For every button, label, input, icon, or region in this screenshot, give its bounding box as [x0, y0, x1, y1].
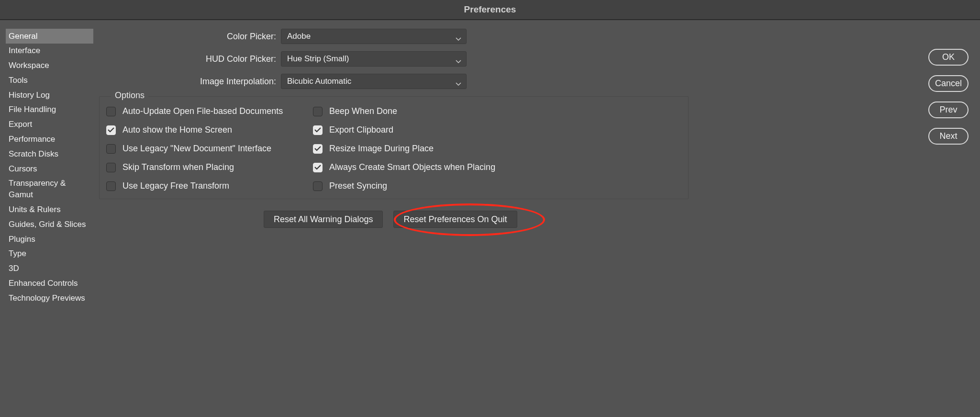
checkbox-label: Skip Transform when Placing [122, 162, 234, 172]
option-preset-syncing[interactable]: Preset Syncing [313, 181, 681, 191]
checkbox[interactable] [106, 144, 116, 154]
prev-button[interactable]: Prev [928, 101, 969, 118]
checkbox-label: Beep When Done [329, 106, 397, 116]
sidebar-item-guides-grid-slices[interactable]: Guides, Grid & Slices [6, 217, 93, 232]
checkbox-label: Export Clipboard [329, 125, 393, 135]
option-use-legacy-free-transform[interactable]: Use Legacy Free Transform [106, 181, 313, 191]
checkbox-label: Use Legacy Free Transform [122, 181, 229, 191]
checkbox[interactable] [106, 125, 116, 135]
image-interpolation-select[interactable]: Bicubic Automatic [281, 74, 467, 89]
sidebar: GeneralInterfaceWorkspaceToolsHistory Lo… [6, 29, 93, 417]
checkbox-label: Always Create Smart Objects when Placing [329, 162, 495, 172]
option-always-create-smart-objects-when-placing[interactable]: Always Create Smart Objects when Placing [313, 162, 681, 172]
chevron-down-icon [456, 34, 460, 39]
hud-color-picker-label: HUD Color Picker: [99, 54, 281, 64]
checkbox[interactable] [313, 163, 323, 172]
option-resize-image-during-place[interactable]: Resize Image During Place [313, 144, 681, 154]
option-auto-update-open-file-based-documents[interactable]: Auto-Update Open File-based Documents [106, 106, 313, 116]
sidebar-item-technology-previews[interactable]: Technology Previews [6, 291, 93, 305]
image-interpolation-value: Bicubic Automatic [287, 77, 351, 86]
preferences-window: Preferences GeneralInterfaceWorkspaceToo… [0, 0, 980, 417]
titlebar: Preferences [0, 0, 980, 20]
reset-preferences-on-quit-button[interactable]: Reset Preferences On Quit [393, 211, 517, 228]
options-fieldset: Options Auto-Update Open File-based Docu… [99, 96, 689, 199]
sidebar-item-performance[interactable]: Performance [6, 132, 93, 147]
dialog-buttons: OK Cancel Prev Next [928, 49, 969, 145]
sidebar-item-units-rulers[interactable]: Units & Rulers [6, 203, 93, 217]
checkbox[interactable] [313, 107, 323, 116]
sidebar-item-transparency-gamut[interactable]: Transparency & Gamut [6, 176, 93, 203]
sidebar-item-history-log[interactable]: History Log [6, 88, 93, 102]
sidebar-item-export[interactable]: Export [6, 117, 93, 132]
checkbox-label: Preset Syncing [329, 181, 387, 191]
option-auto-show-the-home-screen[interactable]: Auto show the Home Screen [106, 125, 313, 135]
options-legend: Options [111, 90, 148, 101]
sidebar-item-workspace[interactable]: Workspace [6, 58, 93, 73]
checkbox[interactable] [313, 144, 323, 154]
option-export-clipboard[interactable]: Export Clipboard [313, 125, 681, 135]
checkbox-label: Use Legacy "New Document" Interface [122, 144, 271, 154]
color-picker-select[interactable]: Adobe [281, 29, 467, 44]
reset-warning-dialogs-button[interactable]: Reset All Warning Dialogs [264, 211, 383, 228]
next-button[interactable]: Next [928, 128, 969, 145]
sidebar-item-tools[interactable]: Tools [6, 73, 93, 88]
option-skip-transform-when-placing[interactable]: Skip Transform when Placing [106, 162, 313, 172]
sidebar-item-scratch-disks[interactable]: Scratch Disks [6, 147, 93, 161]
ok-button[interactable]: OK [928, 49, 969, 66]
cancel-button[interactable]: Cancel [928, 75, 969, 92]
image-interpolation-label: Image Interpolation: [99, 77, 281, 87]
color-picker-value: Adobe [287, 32, 311, 41]
sidebar-item-interface[interactable]: Interface [6, 44, 93, 58]
option-beep-when-done[interactable]: Beep When Done [313, 106, 681, 116]
checkbox-label: Auto show the Home Screen [122, 125, 232, 135]
sidebar-item-cursors[interactable]: Cursors [6, 161, 93, 176]
bottom-button-row: Reset All Warning Dialogs Reset Preferen… [264, 211, 974, 228]
checkbox-label: Resize Image During Place [329, 144, 434, 154]
sidebar-item-type[interactable]: Type [6, 247, 93, 261]
main-panel: Color Picker: Adobe HUD Color Picker: Hu… [93, 29, 980, 417]
chevron-down-icon [456, 56, 460, 61]
chevron-down-icon [456, 79, 460, 84]
checkbox[interactable] [313, 125, 323, 135]
window-title: Preferences [464, 4, 516, 15]
sidebar-item-file-handling[interactable]: File Handling [6, 102, 93, 117]
sidebar-item-3d[interactable]: 3D [6, 261, 93, 276]
sidebar-item-general[interactable]: General [6, 29, 93, 44]
hud-color-picker-select[interactable]: Hue Strip (Small) [281, 51, 467, 67]
sidebar-item-plugins[interactable]: Plugins [6, 232, 93, 247]
sidebar-item-enhanced-controls[interactable]: Enhanced Controls [6, 276, 93, 291]
hud-color-picker-value: Hue Strip (Small) [287, 54, 349, 64]
option-use-legacy-new-document-interface[interactable]: Use Legacy "New Document" Interface [106, 144, 313, 154]
checkbox[interactable] [106, 163, 116, 172]
checkbox[interactable] [106, 181, 116, 191]
checkbox[interactable] [106, 107, 116, 116]
checkbox-label: Auto-Update Open File-based Documents [122, 106, 283, 116]
color-picker-label: Color Picker: [99, 32, 281, 42]
checkbox[interactable] [313, 181, 323, 191]
